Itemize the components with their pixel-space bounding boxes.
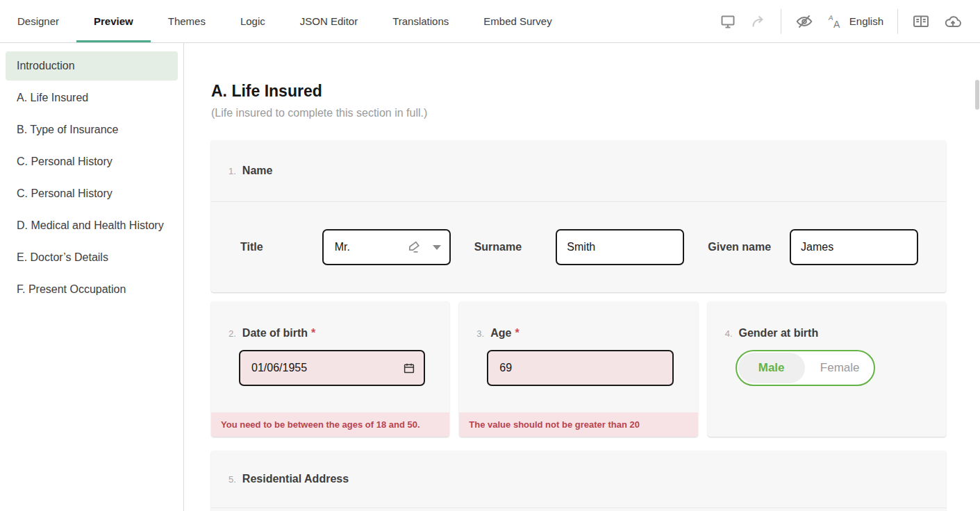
- question-number: 2.: [229, 328, 236, 339]
- page-navigator: Introduction A. Life Insured B. Type of …: [0, 43, 184, 511]
- gender-option-female[interactable]: Female: [806, 351, 874, 385]
- title-dropdown-value: Mr.: [335, 241, 405, 253]
- date-of-birth-error: You need to be between the ages of 18 an…: [211, 412, 449, 437]
- sidebar-item-personal-history-2[interactable]: C. Personal History: [6, 179, 178, 208]
- eye-slash-icon: [795, 12, 813, 31]
- creator-tabs: Designer Preview Themes Logic JSON Edito…: [0, 0, 570, 42]
- panel-name: 1. Name Title Mr.: [211, 140, 946, 292]
- tab-translations[interactable]: Translations: [375, 0, 466, 42]
- sidebar-item-doctors-details[interactable]: E. Doctor’s Details: [6, 243, 178, 272]
- question-title: Age: [490, 327, 511, 340]
- sidebar-item-introduction[interactable]: Introduction: [6, 51, 178, 81]
- date-of-birth-input[interactable]: [239, 350, 425, 386]
- eraser-icon: [405, 239, 422, 255]
- tab-themes[interactable]: Themes: [151, 0, 223, 42]
- vertical-scrollbar-thumb[interactable]: [975, 80, 979, 110]
- tab-embed-survey[interactable]: Embed Survey: [466, 0, 569, 42]
- sidebar-item-life-insured[interactable]: A. Life Insured: [6, 83, 178, 112]
- gender-header: 4. Gender at birth: [708, 301, 946, 340]
- question-title: Name: [242, 165, 273, 177]
- name-fields-row: Title Mr.: [211, 202, 946, 292]
- surname-field-label: Surname: [462, 241, 556, 253]
- toolbar-divider: [897, 9, 898, 34]
- age-input[interactable]: [487, 350, 673, 386]
- question-row: 2. Date of birth * You need to be betwee…: [211, 301, 946, 437]
- sidebar-item-present-occupation[interactable]: F. Present Occupation: [6, 275, 178, 304]
- chevron-down-icon: [433, 245, 441, 250]
- question-number: 4.: [725, 328, 733, 339]
- tab-preview[interactable]: Preview: [76, 0, 151, 42]
- question-title: Residential Address: [242, 473, 349, 485]
- tab-logic[interactable]: Logic: [223, 0, 283, 42]
- panel-residential-address: 5. Residential Address: [211, 451, 946, 511]
- sidebar-item-personal-history-1[interactable]: C. Personal History: [6, 147, 178, 176]
- title-field-group: Title Mr.: [228, 229, 462, 265]
- question-title: Gender at birth: [739, 327, 819, 340]
- sidebar-item-type-of-insurance[interactable]: B. Type of Insurance: [6, 115, 178, 144]
- redo-arrow-icon: [750, 13, 767, 30]
- sidebar-item-medical-history[interactable]: D. Medical and Health History: [6, 211, 178, 240]
- translate-icon: A A: [827, 13, 844, 30]
- question-title: Date of birth: [242, 327, 308, 340]
- docs-button[interactable]: [912, 12, 930, 31]
- survey-preview: A. Life Insured (Life insured to complet…: [184, 43, 980, 511]
- calendar-icon[interactable]: [403, 362, 415, 374]
- given-name-field-group: Given name: [695, 229, 929, 265]
- show-invisible-elements-button[interactable]: [795, 12, 813, 31]
- panel-name-header: 1. Name: [211, 140, 946, 202]
- question-number: 3.: [476, 328, 484, 339]
- date-of-birth-input-wrap: [239, 350, 425, 386]
- age-header: 3. Age *: [459, 301, 697, 340]
- gender-option-male[interactable]: Male: [738, 353, 805, 383]
- age-input-wrap: [487, 350, 673, 386]
- creator-toolbar: Designer Preview Themes Logic JSON Edito…: [0, 0, 980, 43]
- redo-button[interactable]: [750, 13, 767, 30]
- title-field-label: Title: [228, 241, 322, 253]
- monitor-icon: [720, 13, 736, 30]
- cloud-upload-icon: [944, 12, 962, 31]
- surname-input[interactable]: [556, 229, 684, 265]
- surname-field-group: Surname: [462, 229, 696, 265]
- required-asterisk: *: [311, 327, 315, 340]
- device-preview-button[interactable]: [720, 13, 736, 30]
- main-layout: Introduction A. Life Insured B. Type of …: [0, 43, 980, 511]
- open-book-icon: [912, 12, 930, 31]
- given-name-input[interactable]: [790, 229, 918, 265]
- date-of-birth-header: 2. Date of birth *: [211, 301, 449, 340]
- language-label: English: [849, 15, 883, 27]
- residential-address-header: 5. Residential Address: [211, 451, 946, 508]
- given-name-field-label: Given name: [695, 241, 790, 253]
- toolbar-divider: [781, 9, 781, 34]
- page-title: A. Life Insured: [211, 82, 946, 101]
- question-number: 5.: [229, 474, 236, 485]
- panel-date-of-birth: 2. Date of birth * You need to be betwee…: [211, 301, 449, 437]
- publish-button[interactable]: [944, 12, 962, 31]
- required-asterisk: *: [515, 327, 519, 340]
- panel-age: 3. Age * The value should not be greater…: [459, 301, 697, 437]
- gender-toggle[interactable]: Male Female: [736, 350, 875, 386]
- age-error: The value should not be greater than 20: [459, 412, 697, 437]
- language-selector[interactable]: A A English: [827, 13, 883, 30]
- question-number: 1.: [229, 166, 236, 176]
- tab-designer[interactable]: Designer: [0, 0, 76, 42]
- panel-gender-at-birth: 4. Gender at birth Male Female: [708, 301, 946, 437]
- tab-json-editor[interactable]: JSON Editor: [283, 0, 375, 42]
- page-description: (Life insured to complete this section i…: [211, 107, 946, 119]
- clear-value-button[interactable]: [405, 239, 422, 255]
- title-dropdown[interactable]: Mr.: [322, 229, 451, 265]
- svg-text:A: A: [833, 19, 840, 30]
- toolbar-actions: A A English: [720, 0, 980, 42]
